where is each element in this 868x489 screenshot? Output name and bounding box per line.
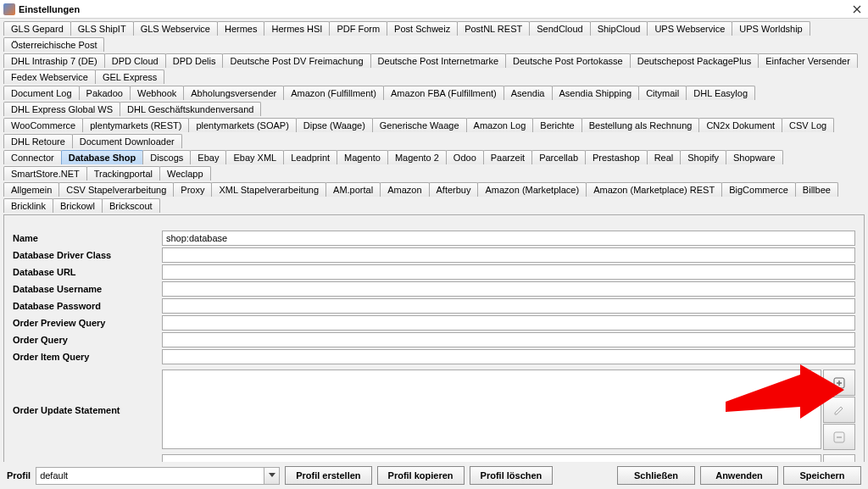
tab-amazon-fba-fulfillment-[interactable]: Amazon FBA (Fulfillment) xyxy=(383,86,504,100)
input-url[interactable] xyxy=(162,264,855,280)
tab-plentymarkets-rest-[interactable]: plentymarkets (REST) xyxy=(82,118,189,132)
tab-magento[interactable]: Magento xyxy=(337,150,388,164)
btn-save[interactable]: Speichern xyxy=(783,466,861,485)
tab-post-schweiz[interactable]: Post Schweiz xyxy=(387,21,458,36)
tab-database-shop[interactable]: Database Shop xyxy=(61,150,143,164)
tab-ups-worldship[interactable]: UPS Worldship xyxy=(732,21,810,36)
tab-smartstore-net[interactable]: SmartStore.NET xyxy=(3,166,87,181)
input-user[interactable] xyxy=(162,281,855,297)
tab-bigcommerce[interactable]: BigCommerce xyxy=(721,182,796,197)
chevron-down-icon[interactable] xyxy=(264,468,279,484)
tab-asendia[interactable]: Asendia xyxy=(504,86,553,100)
tab-deutsche-post-dv-freimachung[interactable]: Deutsche Post DV Freimachung xyxy=(222,53,370,68)
input-orderq[interactable] xyxy=(162,332,855,347)
tab-cn2x-dokument[interactable]: CN2x Dokument xyxy=(698,118,782,132)
tab-webhook[interactable]: Webhook xyxy=(130,86,184,100)
tab-dpd-delis[interactable]: DPD Delis xyxy=(165,53,224,68)
tab-weclapp[interactable]: Weclapp xyxy=(159,166,211,181)
tab-billbee[interactable]: Billbee xyxy=(795,182,838,197)
tab-bricklink[interactable]: Bricklink xyxy=(3,198,53,213)
tab-hermes[interactable]: Hermes xyxy=(217,21,265,36)
tab-dhl-intraship-7-de-[interactable]: DHL Intraship 7 (DE) xyxy=(3,53,105,68)
tab-odoo[interactable]: Odoo xyxy=(446,150,484,164)
tab-xml-stapelverarbeitung[interactable]: XML Stapelverarbeitung xyxy=(211,182,326,197)
tab-amazon-fulfillment-[interactable]: Amazon (Fulfillment) xyxy=(283,86,384,100)
tab-paarzeit[interactable]: Paarzeit xyxy=(483,150,532,164)
btn-profile-create[interactable]: Profil erstellen xyxy=(285,466,371,485)
tab-abholungsversender[interactable]: Abholungsversender xyxy=(183,86,284,100)
tab-bestellung-als-rechnung[interactable]: Bestellung als Rechnung xyxy=(581,118,700,132)
tab-proxy[interactable]: Proxy xyxy=(173,182,212,197)
tab-dipse-waage-[interactable]: Dipse (Waage) xyxy=(296,118,373,132)
tab-asendia-shipping[interactable]: Asendia Shipping xyxy=(552,86,640,100)
tab-deutsche-post-portokasse[interactable]: Deutsche Post Portokasse xyxy=(505,53,631,68)
tab-connector[interactable]: Connector xyxy=(3,150,62,164)
tab-dhl-retoure[interactable]: DHL Retoure xyxy=(3,134,73,148)
tab-allgemein[interactable]: Allgemein xyxy=(3,182,59,197)
btn-profile-delete[interactable]: Profil löschen xyxy=(470,466,554,485)
tab-berichte[interactable]: Berichte xyxy=(532,118,581,132)
tab-discogs[interactable]: Discogs xyxy=(142,150,191,164)
tab-amazon-marketplace-rest[interactable]: Amazon (Marketplace) REST xyxy=(586,182,722,197)
tab-gls-gepard[interactable]: GLS Gepard xyxy=(3,21,71,36)
tab-amazon-log[interactable]: Amazon Log xyxy=(466,118,534,132)
tab-document-downloader[interactable]: Document Downloader xyxy=(72,134,182,148)
tab-afterbuy[interactable]: Afterbuy xyxy=(429,182,479,197)
tab-shipcloud[interactable]: ShipCloud xyxy=(590,21,648,36)
tab-pdf-form[interactable]: PDF Form xyxy=(329,21,387,36)
tab-sendcloud[interactable]: SendCloud xyxy=(529,21,590,36)
tab-hermes-hsi[interactable]: Hermes HSI xyxy=(264,21,330,36)
tab-gel-express[interactable]: GEL Express xyxy=(95,69,164,84)
profile-select[interactable]: default xyxy=(36,467,280,485)
btn-close[interactable]: Schließen xyxy=(617,466,695,485)
edit-icon[interactable] xyxy=(823,397,855,423)
tab-csv-stapelverarbeitung[interactable]: CSV Stapelverarbeitung xyxy=(58,182,174,197)
remove-icon[interactable] xyxy=(823,424,855,450)
tab-gls-webservice[interactable]: GLS Webservice xyxy=(133,21,218,36)
tab-ebay[interactable]: Ebay xyxy=(190,150,226,164)
tab-leadprint[interactable]: Leadprint xyxy=(283,150,337,164)
tab-citymail[interactable]: Citymail xyxy=(638,86,687,100)
tab-woocommerce[interactable]: WooCommerce xyxy=(3,118,83,132)
tab-fedex-webservice[interactable]: Fedex Webservice xyxy=(3,69,96,84)
tab-parcellab[interactable]: Parcellab xyxy=(531,150,586,164)
btn-profile-copy[interactable]: Profil kopieren xyxy=(377,466,465,485)
tab-shopware[interactable]: Shopware xyxy=(726,150,783,164)
tab-document-log[interactable]: Document Log xyxy=(3,86,80,100)
tab-dhl-easylog[interactable]: DHL Easylog xyxy=(686,86,755,100)
tab-dhl-gesch-ftskundenversand[interactable]: DHL Geschäftskundenversand xyxy=(120,102,261,116)
tab-real[interactable]: Real xyxy=(647,150,682,164)
tab-prestashop[interactable]: Prestashop xyxy=(585,150,648,164)
tab-plentymarkets-soap-[interactable]: plentymarkets (SOAP) xyxy=(188,118,296,132)
tab-csv-log[interactable]: CSV Log xyxy=(782,118,834,132)
tab-dpd-cloud[interactable]: DPD Cloud xyxy=(104,53,166,68)
add-icon[interactable] xyxy=(823,370,855,396)
tab--sterreichische-post[interactable]: Österreichische Post xyxy=(3,37,104,52)
input-itemq[interactable] xyxy=(162,349,855,364)
input-driver[interactable] xyxy=(162,247,855,263)
tab-deutschepost-packageplus[interactable]: Deutschepost PackagePlus xyxy=(630,53,760,68)
tab-generische-waage[interactable]: Generische Waage xyxy=(372,118,467,132)
tab-amazon[interactable]: Amazon xyxy=(380,182,429,197)
tab-pakadoo[interactable]: Pakadoo xyxy=(79,86,131,100)
btn-apply[interactable]: Anwenden xyxy=(700,466,778,485)
tab-amazon-marketplace-[interactable]: Amazon (Marketplace) xyxy=(477,182,587,197)
tab-magento-2[interactable]: Magento 2 xyxy=(387,150,447,164)
textarea-update-stmt[interactable] xyxy=(162,370,821,449)
tab-trackingportal[interactable]: Trackingportal xyxy=(86,166,160,181)
tab-einfacher-versender[interactable]: Einfacher Versender xyxy=(758,53,858,68)
input-name[interactable] xyxy=(162,231,855,246)
tab-brickscout[interactable]: Brickscout xyxy=(102,198,160,213)
tab-shopify[interactable]: Shopify xyxy=(680,150,726,164)
tab-gls-shipit[interactable]: GLS ShipIT xyxy=(70,21,134,36)
close-icon[interactable] xyxy=(849,2,865,17)
input-preview[interactable] xyxy=(162,315,855,331)
tab-am-portal[interactable]: AM.portal xyxy=(326,182,381,197)
tab-postnl-rest[interactable]: PostNL REST xyxy=(457,21,530,36)
input-pass[interactable] xyxy=(162,298,855,314)
tab-brickowl[interactable]: Brickowl xyxy=(53,198,103,213)
tab-ups-webservice[interactable]: UPS Webservice xyxy=(647,21,732,36)
tab-ebay-xml[interactable]: Ebay XML xyxy=(225,150,284,164)
tab-deutsche-post-internetmarke[interactable]: Deutsche Post Internetmarke xyxy=(370,53,506,68)
tab-dhl-express-global-ws[interactable]: DHL Express Global WS xyxy=(3,102,120,116)
